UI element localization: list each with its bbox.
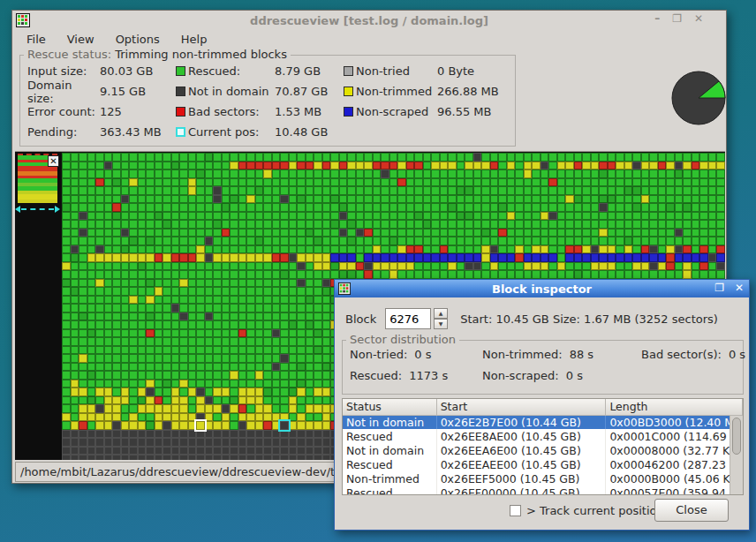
map-cell[interactable] <box>289 195 298 204</box>
map-cell[interactable] <box>104 396 113 405</box>
map-cell[interactable] <box>138 346 147 355</box>
map-cell[interactable] <box>699 153 708 162</box>
map-cell[interactable] <box>557 178 566 187</box>
map-cell[interactable] <box>582 262 591 271</box>
map-cell[interactable] <box>289 304 298 312</box>
map-cell[interactable] <box>297 296 306 305</box>
map-cell[interactable] <box>121 287 130 296</box>
map-cell[interactable] <box>515 220 524 229</box>
map-cell[interactable] <box>222 245 231 254</box>
map-cell[interactable] <box>481 178 490 187</box>
map-cell[interactable] <box>322 304 331 312</box>
map-cell[interactable] <box>155 178 163 187</box>
map-cell[interactable] <box>171 388 180 396</box>
map-cell[interactable] <box>532 153 541 162</box>
map-cell[interactable] <box>255 296 264 305</box>
map-cell[interactable] <box>565 195 574 204</box>
map-cell[interactable] <box>71 388 79 396</box>
map-cell[interactable] <box>347 220 356 229</box>
map-cell[interactable] <box>95 237 104 245</box>
map-cell[interactable] <box>532 195 541 204</box>
map-cell[interactable] <box>364 229 373 237</box>
map-cell[interactable] <box>524 237 533 245</box>
map-cell[interactable] <box>507 253 516 262</box>
map-cell[interactable] <box>289 388 298 396</box>
map-cell[interactable] <box>104 371 113 380</box>
map-cell[interactable] <box>322 178 331 187</box>
map-cell[interactable] <box>448 270 457 279</box>
map-cell[interactable] <box>498 169 507 178</box>
map-cell[interactable] <box>238 279 247 288</box>
map-cell[interactable] <box>347 195 356 204</box>
map-cell[interactable] <box>238 312 247 321</box>
map-cell[interactable] <box>481 153 490 162</box>
map-cell[interactable] <box>272 396 281 405</box>
map-cell[interactable] <box>515 245 524 254</box>
map-cell[interactable] <box>406 220 415 229</box>
map-cell[interactable] <box>658 237 667 245</box>
map-cell[interactable] <box>255 371 264 380</box>
map-cell[interactable] <box>306 186 314 195</box>
map-cell[interactable] <box>246 421 255 430</box>
map-cell[interactable] <box>289 337 298 346</box>
map-cell[interactable] <box>389 178 398 187</box>
map-cell[interactable] <box>692 178 700 187</box>
map-cell[interactable] <box>62 245 71 254</box>
map-cell[interactable] <box>457 203 465 212</box>
map-cell[interactable] <box>440 262 449 271</box>
map-cell[interactable] <box>649 153 658 162</box>
map-cell[interactable] <box>465 270 473 279</box>
map-cell[interactable] <box>624 212 633 221</box>
map-cell[interactable] <box>641 186 650 195</box>
map-cell[interactable] <box>87 229 96 237</box>
map-cell[interactable] <box>306 287 314 296</box>
map-cell[interactable] <box>196 320 205 329</box>
map-cell[interactable] <box>87 153 96 162</box>
map-cell[interactable] <box>616 245 624 254</box>
map-cell[interactable] <box>121 203 130 212</box>
map-cell[interactable] <box>104 178 113 187</box>
map-cell[interactable] <box>238 162 247 170</box>
map-cell[interactable] <box>414 253 423 262</box>
map-cell[interactable] <box>582 153 591 162</box>
map-cell[interactable] <box>155 296 163 305</box>
map-cell[interactable] <box>87 169 96 178</box>
map-cell[interactable] <box>121 220 130 229</box>
map-cell[interactable] <box>62 203 71 212</box>
map-cell[interactable] <box>213 186 222 195</box>
map-cell[interactable] <box>205 455 214 460</box>
map-cell[interactable] <box>582 195 591 204</box>
map-cell[interactable] <box>457 153 465 162</box>
map-cell[interactable] <box>263 320 272 329</box>
map-cell[interactable] <box>179 329 188 338</box>
map-cell[interactable] <box>163 186 171 195</box>
map-cell[interactable] <box>330 262 339 271</box>
map-cell[interactable] <box>347 262 356 271</box>
map-cell[interactable] <box>330 162 339 170</box>
map-cell[interactable] <box>431 195 440 204</box>
map-cell[interactable] <box>163 245 171 254</box>
map-cell[interactable] <box>591 178 600 187</box>
map-cell[interactable] <box>524 169 533 178</box>
map-cell[interactable] <box>205 413 214 422</box>
map-cell[interactable] <box>481 237 490 245</box>
map-cell[interactable] <box>129 447 138 455</box>
map-cell[interactable] <box>339 253 348 262</box>
map-cell[interactable] <box>297 371 306 380</box>
map-cell[interactable] <box>171 212 180 221</box>
map-cell[interactable] <box>129 363 138 372</box>
map-cell[interactable] <box>658 253 667 262</box>
map-cell[interactable] <box>616 178 624 187</box>
map-cell[interactable] <box>423 153 432 162</box>
map-cell[interactable] <box>448 169 457 178</box>
map-cell[interactable] <box>616 220 624 229</box>
map-cell[interactable] <box>121 212 130 221</box>
map-cell[interactable] <box>557 262 566 271</box>
map-cell[interactable] <box>87 447 96 455</box>
map-cell[interactable] <box>548 253 557 262</box>
map-cell[interactable] <box>205 279 214 288</box>
map-cell[interactable] <box>280 354 289 363</box>
map-cell[interactable] <box>582 212 591 221</box>
map-cell[interactable] <box>649 212 658 221</box>
map-cell[interactable] <box>490 245 499 254</box>
